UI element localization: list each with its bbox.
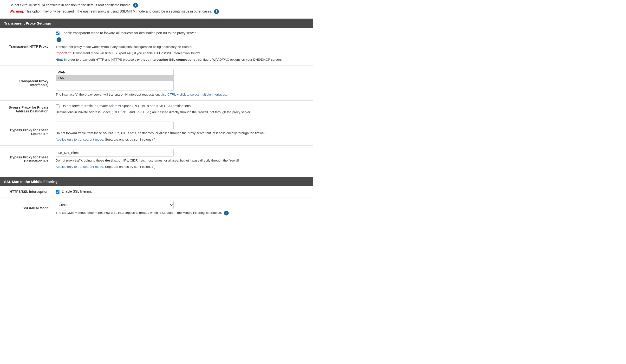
ssl-mitm-section: SSL Man In the Middle Filtering HTTPS/SS… xyxy=(0,177,313,219)
applies-transparent-link-source[interactable]: Applies only to transparent mode. xyxy=(56,138,104,141)
transparent-proxy-table: Transparent HTTP Proxy Enable transparen… xyxy=(0,28,313,173)
info-icon-top[interactable]: i xyxy=(133,3,138,8)
ssl-mitm-mode-select[interactable]: Custom Full Strict xyxy=(56,201,174,209)
interface-select[interactable]: WAN LAN xyxy=(56,69,174,91)
ssl-mitm-mode-desc: The SSL/MITM mode determines how SSL int… xyxy=(56,210,309,215)
top-notice-warning: Warning: This option may only be require… xyxy=(10,9,308,14)
transparent-proxy-important: Important: Transparent mode will filter … xyxy=(56,51,309,56)
bypass-proxy-private-desc: Destinations in Private Address Space ( … xyxy=(56,110,309,115)
transparent-http-proxy-row: Transparent HTTP Proxy Enable transparen… xyxy=(0,28,313,66)
interface-option-wan[interactable]: WAN xyxy=(56,69,173,75)
bypass-proxy-dest-input[interactable] xyxy=(56,149,174,157)
bypass-proxy-private-checkbox-row: Do not forward traffic to Private Addres… xyxy=(56,104,309,108)
bypass-proxy-dest-applies: Applies only to transparent mode. Separa… xyxy=(56,164,309,169)
bypass-proxy-source-row: Bypass Proxy for These Source IPs Do not… xyxy=(0,118,313,146)
https-ssl-interception-checkbox[interactable] xyxy=(56,190,59,194)
bypass-proxy-source-applies: Applies only to transparent mode. Separa… xyxy=(56,137,309,142)
transparent-proxy-header: Transparent Proxy Settings xyxy=(0,19,313,28)
interface-help-text: The interface(s) the proxy server will t… xyxy=(56,92,309,97)
transparent-http-proxy-content: Enable transparent mode to forward all r… xyxy=(53,28,313,66)
https-ssl-interception-label: HTTPS/SSL Interception xyxy=(0,186,53,198)
transparent-proxy-interfaces-label: Transparent Proxy Interface(s) xyxy=(0,66,53,100)
rfc1918-link[interactable]: RFC 1918 xyxy=(114,110,129,114)
transparent-proxy-hint: Hint: In order to proxy both HTTP and HT… xyxy=(56,57,309,62)
top-notice-line1: Select extra Trusted CA certificate in a… xyxy=(10,3,308,8)
bypass-proxy-source-label: Bypass Proxy for These Source IPs xyxy=(0,118,53,146)
bypass-proxy-dest-content: Do not proxy traffic going to these dest… xyxy=(53,145,313,173)
transparent-proxy-interfaces-content: WAN LAN The interface(s) the proxy serve… xyxy=(53,66,313,100)
bypass-proxy-private-checkbox[interactable] xyxy=(56,105,59,108)
https-ssl-interception-content: Enable SSL filtering. xyxy=(53,186,313,198)
transparent-proxy-info: Transparent proxy mode works without any… xyxy=(56,44,309,62)
ipv6ula-link[interactable]: IPv6 ULA xyxy=(136,110,149,114)
bypass-proxy-private-label: Bypass Proxy for Private Address Destina… xyxy=(0,101,53,118)
ssl-mitm-mode-label: SSL/MITM Mode xyxy=(0,198,53,219)
transparent-http-proxy-label: Transparent HTTP Proxy xyxy=(0,28,53,66)
info-icon-ssl-mode[interactable]: i xyxy=(224,211,229,215)
bypass-proxy-source-input[interactable] xyxy=(56,121,174,129)
bypass-proxy-private-content: Do not forward traffic to Private Addres… xyxy=(53,101,313,118)
info-icon-transparent[interactable]: i xyxy=(57,37,61,42)
bypass-proxy-dest-label: Bypass Proxy for These Destination IPs xyxy=(0,145,53,173)
top-notice: Select extra Trusted CA certificate in a… xyxy=(0,0,313,19)
applies-transparent-link-dest[interactable]: Applies only to transparent mode. xyxy=(56,165,104,168)
https-ssl-interception-checkbox-row: Enable SSL filtering. xyxy=(56,190,309,194)
page-wrapper: Select extra Trusted CA certificate in a… xyxy=(0,0,313,219)
bypass-proxy-dest-row: Bypass Proxy for These Destination IPs D… xyxy=(0,145,313,173)
bypass-proxy-private-row: Bypass Proxy for Private Address Destina… xyxy=(0,101,313,118)
transparent-proxy-section: Transparent Proxy Settings Transparent H… xyxy=(0,19,313,173)
transparent-http-proxy-checkbox[interactable] xyxy=(56,32,59,35)
ssl-mitm-header: SSL Man In the Middle Filtering xyxy=(0,177,313,186)
interface-select-link[interactable]: Use CTRL + click to select multiple inte… xyxy=(161,93,227,96)
transparent-proxy-desc: Transparent proxy mode works without any… xyxy=(56,44,309,49)
ssl-mitm-mode-row: SSL/MITM Mode Custom Full Strict The SSL… xyxy=(0,198,313,219)
https-ssl-interception-row: HTTPS/SSL Interception Enable SSL filter… xyxy=(0,186,313,198)
ssl-mitm-mode-content: Custom Full Strict The SSL/MITM mode det… xyxy=(53,198,313,219)
interface-option-lan[interactable]: LAN xyxy=(56,75,173,81)
ssl-mitm-table: HTTPS/SSL Interception Enable SSL filter… xyxy=(0,186,313,219)
bypass-proxy-source-content: Do not forward traffic from these source… xyxy=(53,118,313,146)
bypass-proxy-source-desc: Do not forward traffic from these source… xyxy=(56,131,309,135)
info-icon-warning[interactable]: i xyxy=(214,9,219,14)
transparent-proxy-interfaces-row: Transparent Proxy Interface(s) WAN LAN T… xyxy=(0,66,313,100)
bypass-proxy-dest-desc: Do not proxy traffic going to these dest… xyxy=(56,158,309,163)
transparent-http-proxy-checkbox-row: Enable transparent mode to forward all r… xyxy=(56,31,309,35)
